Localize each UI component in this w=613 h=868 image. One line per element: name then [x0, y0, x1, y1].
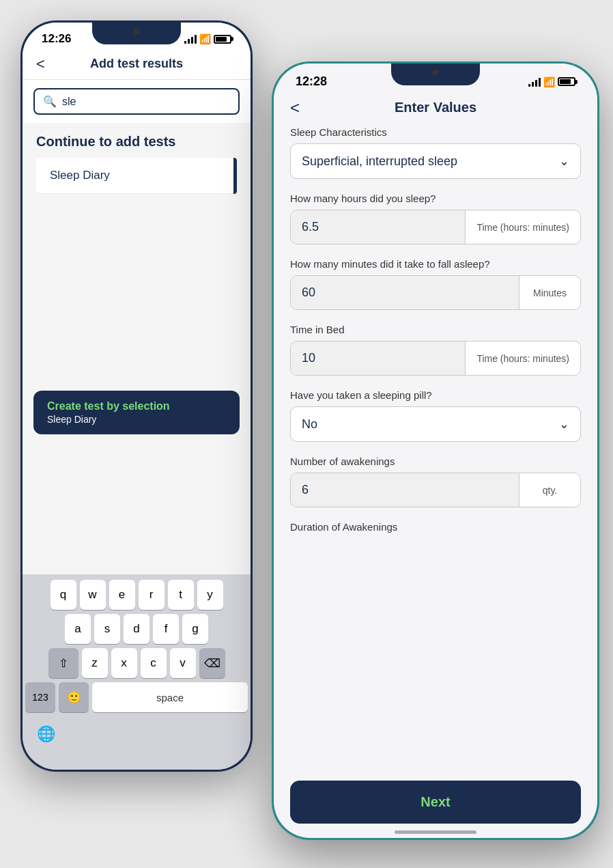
key-e[interactable]: e: [109, 580, 135, 610]
key-g[interactable]: g: [182, 614, 208, 644]
notch1: [92, 23, 181, 44]
form-content: Sleep Characteristics Superficial, inter…: [274, 126, 597, 775]
header-1: < Add test results: [23, 48, 251, 80]
chevron-down-icon-2: ⌄: [559, 417, 569, 432]
home-indicator-2: [274, 824, 597, 838]
hours-sleep-unit: Time (hours: minutes): [465, 210, 580, 244]
search-container: 🔍 sle: [23, 80, 251, 123]
wifi-icon-2: 📶: [543, 76, 555, 87]
search-icon: 🔍: [43, 95, 57, 108]
time-in-bed-unit: Time (hours: minutes): [465, 341, 580, 375]
key-y[interactable]: y: [197, 580, 223, 610]
sleep-diary-label: Sleep Diary: [50, 169, 110, 182]
hours-sleep-label: How many hours did you sleep?: [290, 193, 581, 204]
battery-icon-1: [214, 35, 231, 44]
back-button-2[interactable]: <: [290, 98, 300, 117]
awakenings-unit: qty.: [519, 473, 580, 507]
chevron-down-icon-1: ⌄: [559, 154, 569, 169]
key-shift[interactable]: ⇧: [48, 648, 79, 678]
sleeping-pill-value: No: [302, 417, 317, 432]
continue-section: Continue to add tests Sleep Diary: [23, 123, 251, 199]
key-w[interactable]: w: [80, 580, 106, 610]
notch2: [391, 64, 480, 85]
key-delete[interactable]: ⌫: [199, 648, 225, 678]
time-in-bed-value: 10: [291, 341, 465, 375]
awakenings-value: 6: [291, 473, 519, 507]
phone2-device: 12:28 📶 < Enter Values: [272, 61, 599, 840]
key-a[interactable]: a: [65, 614, 91, 644]
status-time-2: 12:28: [296, 74, 327, 89]
key-s[interactable]: s: [94, 614, 120, 644]
hours-sleep-input[interactable]: 6.5 Time (hours: minutes): [290, 210, 581, 244]
key-f[interactable]: f: [153, 614, 179, 644]
time-in-bed-group: Time in Bed 10 Time (hours: minutes): [290, 324, 581, 376]
duration-awakenings-group: Duration of Awakenings: [290, 521, 581, 533]
minutes-fall-asleep-input[interactable]: 60 Minutes: [290, 275, 581, 310]
battery-icon-2: [558, 77, 575, 86]
sleep-characteristics-dropdown[interactable]: Superficial, interrupted sleep ⌄: [290, 143, 581, 179]
minutes-fall-asleep-group: How many minutes did it take to fall asl…: [290, 258, 581, 310]
search-input[interactable]: sle: [62, 96, 76, 108]
minutes-fall-asleep-label: How many minutes did it take to fall asl…: [290, 258, 581, 270]
sleeping-pill-group: Have you taken a sleeping pill? No ⌄: [290, 389, 581, 442]
sleeping-pill-label: Have you taken a sleeping pill?: [290, 389, 581, 401]
awakenings-label: Number of awakenings: [290, 456, 581, 467]
key-v[interactable]: v: [170, 648, 196, 678]
awakenings-input[interactable]: 6 qty.: [290, 473, 581, 507]
duration-awakenings-label: Duration of Awakenings: [290, 521, 581, 533]
key-emoji[interactable]: 🙂: [59, 682, 89, 712]
sleep-characteristics-group: Sleep Characteristics Superficial, inter…: [290, 126, 581, 179]
hours-sleep-group: How many hours did you sleep? 6.5 Time (…: [290, 193, 581, 244]
key-q[interactable]: q: [51, 580, 76, 610]
minutes-fall-asleep-value: 60: [291, 276, 519, 309]
create-test-button[interactable]: Create test by selection Sleep Diary: [33, 391, 240, 434]
page-title-1: Add test results: [90, 57, 183, 71]
minutes-fall-asleep-unit: Minutes: [519, 276, 580, 309]
sleep-diary-item[interactable]: Sleep Diary: [36, 158, 237, 194]
key-c[interactable]: c: [141, 648, 167, 678]
key-space[interactable]: space: [92, 682, 248, 712]
continue-title: Continue to add tests: [36, 134, 237, 150]
page-title-2: Enter Values: [395, 100, 476, 115]
wifi-icon-1: 📶: [199, 33, 211, 44]
key-t[interactable]: t: [168, 580, 194, 610]
key-z[interactable]: z: [82, 648, 108, 678]
sleep-characteristics-value: Superficial, interrupted sleep: [302, 154, 457, 169]
time-in-bed-label: Time in Bed: [290, 324, 581, 335]
create-test-label: Create test by selection: [47, 400, 226, 412]
signal-icon-1: [184, 34, 197, 44]
signal-icon-2: [528, 77, 541, 87]
key-123[interactable]: 123: [25, 682, 55, 712]
status-icons-2: 📶: [528, 76, 575, 87]
search-box[interactable]: 🔍 sle: [33, 88, 240, 115]
keyboard: q w e r t y a s d f g ⇧ z: [23, 574, 251, 770]
key-d[interactable]: d: [124, 614, 149, 644]
globe-button[interactable]: 🌐: [31, 719, 61, 749]
sleep-characteristics-label: Sleep Characteristics: [290, 126, 581, 138]
awakenings-group: Number of awakenings 6 qty.: [290, 456, 581, 507]
next-button[interactable]: Next: [290, 781, 581, 824]
key-r[interactable]: r: [139, 580, 165, 610]
hours-sleep-value: 6.5: [291, 210, 465, 244]
status-icons-1: 📶: [184, 33, 231, 44]
time-in-bed-input[interactable]: 10 Time (hours: minutes): [290, 341, 581, 376]
header-2: < Enter Values: [274, 93, 597, 126]
sleeping-pill-dropdown[interactable]: No ⌄: [290, 406, 581, 442]
status-time-1: 12:26: [42, 32, 71, 46]
key-x[interactable]: x: [111, 648, 137, 678]
next-label: Next: [420, 794, 450, 810]
phone1-device: 12:26 📶 < Add test resul: [20, 20, 253, 772]
back-button-1[interactable]: <: [36, 55, 45, 73]
create-test-sublabel: Sleep Diary: [47, 414, 226, 425]
